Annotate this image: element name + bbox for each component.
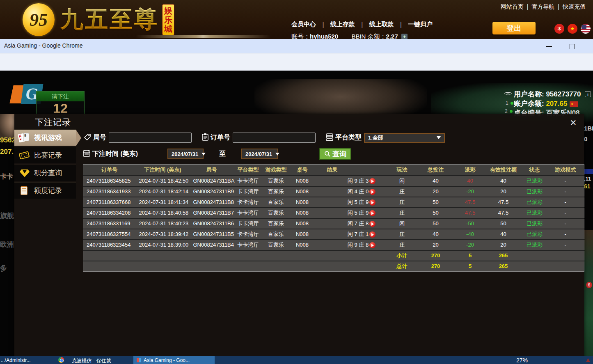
cell-game: 百家乐 [263,197,289,208]
cn-flag-icon[interactable]: ★ [568,24,577,34]
tab-quota-records[interactable]: 额度记录 [14,182,76,199]
table-row[interactable]: 240731186331169 2024-07-31 18:40:23 GN00… [83,218,584,229]
hk-flag-icon[interactable]: ✻ [554,24,564,34]
replay-play-icon[interactable] [369,242,375,248]
tray-icon[interactable] [586,358,590,362]
cell-table-no: N008 [289,176,316,186]
replay-play-icon[interactable] [369,221,375,227]
cell-round: GN008247311B5 [190,229,234,240]
peek-text: 卡卡 [0,172,14,181]
date-from-select[interactable]: 2024/07/31 [167,149,204,159]
col-valid-bet: 有效投注额 [485,165,522,176]
cell-result: 闲 7 庄 8 [316,218,389,229]
cell-result: 闲 9 庄 8 [316,240,389,250]
close-icon[interactable]: ✕ [568,118,578,128]
search-button[interactable]: 查询 [319,148,351,160]
cell-order: 240731186337668 [83,197,136,208]
cell-payout: -20 [456,186,485,197]
screen: 95 九五至尊 娱乐城 网站首页|官方导航|快速充值 会员中心｜线上存款｜线上取… [0,0,593,364]
cell-valid-bet: 47.5 [485,197,522,208]
link-official-nav[interactable]: 官方导航 [531,3,554,10]
subtotal-total-bet: 270 [416,250,456,261]
bet-records-modal: 下注记录 ✕ K9 视讯游戏 比赛记录 积分查询 额度记录 [14,114,584,364]
cell-result: 闲 5 庄 9 [316,208,389,218]
minimize-button[interactable] [541,41,557,51]
date-to-select[interactable]: 2024/07/31 [241,149,278,159]
round-number-label: 局号 [93,133,106,142]
chrome-urlbar[interactable]: s gci.a9bb1n.com/agingame/pcv1/index.jsp… [0,53,593,71]
chrome-titlebar[interactable]: Asia Gaming - Google Chrome [0,39,593,53]
link-quick-recharge[interactable]: 快速充值 [563,3,586,10]
divider: ｜ [320,21,326,27]
table-row[interactable]: 240731186345825 2024-07-31 18:42:50 GN00… [83,176,584,186]
tab-points-query[interactable]: 积分查询 [14,165,76,181]
taskbar-item-active[interactable]: Asia Gaming - Goo... [133,356,215,364]
col-play: 玩法 [389,165,416,176]
tab-label: 积分查询 [34,168,62,178]
cell-order: 240731186331169 [83,218,136,229]
logo-title: 九五至尊 [60,4,159,35]
tab-video-games[interactable]: K9 视讯游戏 [14,129,76,146]
cell-round: GN008247311B8 [190,197,234,208]
table-row[interactable]: 240731186341933 2024-07-31 18:42:14 GN00… [83,186,584,197]
link-site-home[interactable]: 网站首页 [501,3,524,10]
col-game: 游戏类型 [263,165,289,176]
platform-type-select[interactable]: 1.全部 [364,133,445,143]
taskbar-percent: 27% [516,357,528,364]
logo-badge: 娱乐城 [162,4,174,35]
order-number-input[interactable] [233,133,316,143]
date-to-value: 2024/07/31 [245,151,272,157]
logout-button[interactable]: 登出 [492,22,536,34]
window-title: Asia Gaming - Google Chrome [4,42,82,49]
table-row[interactable]: 240731186323454 2024-07-31 18:39:00 GN00… [83,240,584,250]
info-icon[interactable]: i [585,91,591,97]
us-flag-icon[interactable] [581,24,591,34]
game-user-name: 用户名称: 956273770 [514,89,581,99]
replay-play-icon[interactable] [369,210,375,216]
replay-play-icon[interactable] [369,199,375,206]
peek-text: 207. [0,148,14,156]
peek-text: 9562 [0,136,14,144]
windows-taskbar: ...\Administr... 克波模仿—保住就 Asia Gaming - … [0,356,593,364]
taskbar-path-text: ...\Administr... [1,357,31,363]
round-number-input[interactable] [109,133,192,143]
site-logo[interactable]: 95 九五至尊 娱乐城 [23,3,174,36]
link-deposit[interactable]: 线上存款 [330,21,355,27]
table-row[interactable]: 240731186334208 2024-07-31 18:40:58 GN00… [83,208,584,218]
table-row[interactable]: 240731186337668 2024-07-31 18:41:34 GN00… [83,197,584,208]
app-mini-icon [137,358,141,362]
cell-platform: 卡卡湾厅 [234,218,263,229]
link-one-key-transfer[interactable]: 一键归户 [408,21,433,27]
balance-label: BBIN 余额： [351,33,386,39]
cell-platform: 卡卡湾厅 [234,197,263,208]
tab-label: 比赛记录 [34,151,62,160]
link-member-center[interactable]: 会员中心 [291,21,316,27]
table-row[interactable]: 240731186327554 2024-07-31 18:39:42 GN00… [83,229,584,240]
peek-text: 多 [0,261,15,274]
maximize-button[interactable] [564,41,580,51]
cell-status: 已派彩 [522,218,547,229]
filter-panel: 局号 订单号 平台类型 1.全部 下注时间 (美东) [76,129,584,164]
refresh-balance-icon[interactable]: + [401,34,408,39]
replay-play-icon[interactable] [369,189,375,195]
modal-title: 下注记录 [35,117,71,128]
grand-total-valid-bet: 265 [485,261,522,272]
chrome-taskbar-icon[interactable] [58,357,64,363]
tab-match-records[interactable]: 比赛记录 [14,147,76,163]
replay-play-icon[interactable] [369,231,375,238]
link-withdraw[interactable]: 线上取款 [369,21,394,27]
to-label: 至 [219,150,226,158]
search-button-label: 查询 [332,149,346,159]
peek-text: ,11 [584,176,593,182]
logo-95-emblem-icon: 95 [23,3,55,36]
cell-time: 2024-07-31 18:42:14 [136,186,190,197]
platform-list-icon [325,133,334,143]
col-payout: 派彩 [456,165,485,176]
cell-table-no: N008 [289,197,316,208]
cell-status: 已派彩 [522,176,547,186]
replay-play-icon[interactable] [369,178,375,184]
taskbar-item[interactable]: 克波模仿—保住就 [72,357,111,364]
cell-play: 庄 [389,229,416,240]
balance-value: 2.27 [386,33,398,39]
subtotal-payout: 5 [456,250,485,261]
